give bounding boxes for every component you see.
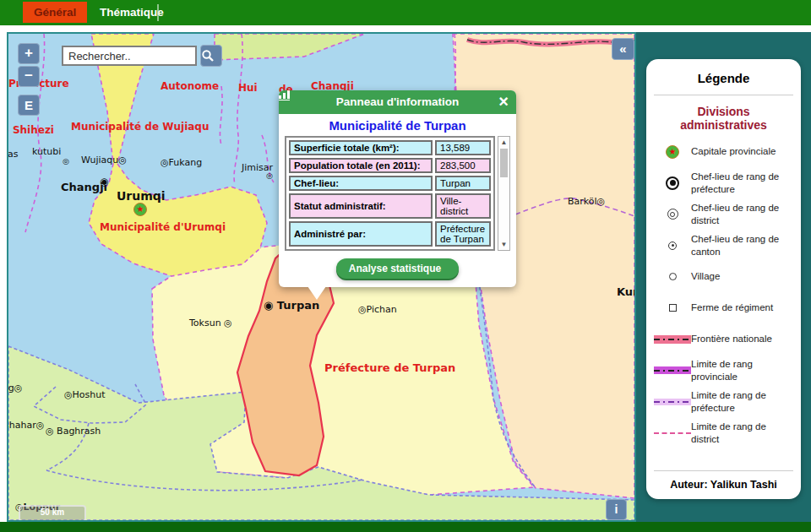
- legend-section-title: Divisions administratives: [654, 105, 793, 132]
- info-panel: Panneau d'information × Municipalité de …: [279, 90, 516, 287]
- scroll-up-arrow[interactable]: ▲: [501, 138, 508, 146]
- legend-item-label: Ferme de régiment: [691, 301, 773, 314]
- legend-item-label: Limite de rang de préfecture: [691, 389, 793, 415]
- info-panel-title: Municipalité de Turpan: [285, 118, 510, 133]
- capital-star-marker: ★: [133, 203, 147, 216]
- legend-item-label: Chef-lieu de rang de canton: [691, 233, 793, 258]
- map-label: Hui: [238, 82, 258, 94]
- map-label: de Shihezi: [7, 124, 54, 136]
- prefecture-line-icon: [654, 399, 691, 405]
- map-label: Municipalité d'Urumqi: [100, 221, 226, 233]
- analyse-statistique-button[interactable]: Analyse statistique: [336, 258, 459, 279]
- map-label: Kum: [617, 285, 636, 298]
- legend-item: ★Capitale provinciale: [654, 138, 793, 165]
- map[interactable]: PréfectureAutonomeHuideChangjide Shihezi…: [7, 32, 636, 522]
- legend-item: Chef-lieu de rang de préfecture: [654, 170, 793, 196]
- legend-item-label: Chef-lieu de rang de préfecture: [691, 171, 793, 196]
- table-row: Statut administratif:Ville-district: [289, 193, 491, 219]
- scroll-down-arrow[interactable]: ▼: [501, 241, 508, 248]
- legend-item-label: Capitale provinciale: [691, 145, 776, 158]
- table-row: Administré par:Préfecture de Turpan: [289, 221, 491, 247]
- row-value: Turpan: [435, 176, 491, 191]
- map-label: ◎Fukang: [161, 157, 202, 168]
- village-icon: [669, 273, 677, 280]
- collapse-sidebar-button[interactable]: «: [612, 38, 634, 60]
- pref-icon: [666, 176, 679, 190]
- legend-item: Ferme de régiment: [654, 295, 793, 321]
- map-label: Barköl◎: [568, 196, 605, 207]
- farm-icon: [669, 304, 677, 312]
- national-line-icon: [654, 335, 691, 344]
- close-icon[interactable]: ×: [498, 90, 509, 113]
- legend-item: Limite de rang de préfecture: [654, 388, 793, 415]
- zoom-out-button[interactable]: −: [18, 66, 40, 87]
- map-label: Autonome: [161, 80, 219, 92]
- legend-author: Auteur: Yalikun Tashi: [654, 470, 793, 492]
- map-label: nas: [7, 149, 18, 160]
- map-label: ◎Pichan: [358, 304, 397, 315]
- scroll-thumb[interactable]: [500, 149, 508, 177]
- map-label: ◎Hoshut: [64, 389, 106, 400]
- zoom-in-button[interactable]: +: [18, 43, 40, 64]
- extent-button[interactable]: E: [18, 95, 40, 116]
- tab-general[interactable]: Général: [23, 2, 87, 23]
- map-label: ◎ Baghrash: [46, 426, 101, 437]
- row-value: 283,500: [435, 158, 491, 173]
- table-row: Population totale (en 2011):283,500: [289, 158, 491, 173]
- map-label: ◎: [266, 171, 273, 180]
- sidebar: Légende Divisions administratives ★Capit…: [636, 32, 811, 522]
- row-value: Préfecture de Turpan: [435, 221, 491, 247]
- row-label: Administré par:: [289, 221, 433, 247]
- legend-item: Chef-lieu de rang de canton: [654, 232, 793, 258]
- legend-panel: Légende Divisions administratives ★Capit…: [646, 59, 801, 499]
- legend-item: Village: [654, 263, 793, 290]
- attribution-button[interactable]: i: [606, 499, 627, 520]
- topbar: Général Thématique: [0, 0, 811, 25]
- map-label: Toksun ◎: [189, 318, 232, 328]
- table-row: Superficie totale (km²):13,589: [289, 140, 491, 155]
- map-label: Wujiaqu◎: [81, 155, 127, 166]
- row-label: Statut administratif:: [289, 193, 433, 219]
- legend-item: Frontière nationale: [654, 326, 793, 352]
- map-label: Municipalité de Wujiaqu: [71, 121, 209, 133]
- map-label: kutubi: [32, 146, 61, 157]
- tab-thematique[interactable]: Thématique: [100, 0, 164, 25]
- row-value: 13,589: [435, 140, 491, 155]
- row-label: Population totale (en 2011):: [289, 158, 433, 173]
- map-label: ◉ Turpan: [264, 299, 319, 312]
- capital-icon: ★: [666, 145, 679, 159]
- legend-item-label: Limite de rang de district: [691, 421, 793, 446]
- province-line-icon: [654, 366, 691, 374]
- map-label: ◎: [63, 157, 69, 166]
- district-icon: [667, 209, 678, 220]
- table-row: Chef-lieu:Turpan: [289, 176, 491, 191]
- legend-item-label: Village: [691, 270, 720, 283]
- bottom-bar: [0, 522, 811, 532]
- row-value: Ville-district: [435, 193, 491, 219]
- info-table: Superficie totale (km²):13,589Population…: [285, 136, 495, 251]
- tab-divider: [157, 4, 159, 21]
- info-panel-header: Panneau d'information ×: [279, 90, 516, 114]
- legend-item-label: Chef-lieu de rang de district: [691, 202, 793, 227]
- map-label: ushahar◎: [7, 420, 44, 431]
- map-label: Changji: [61, 181, 107, 193]
- search-input[interactable]: [62, 46, 197, 66]
- legend-item-label: Limite de rang provinciale: [691, 358, 793, 383]
- legend-item: Limite de rang provinciale: [654, 357, 793, 383]
- analyse-button-label: Analyse statistique: [349, 263, 441, 274]
- map-label: Préfecture de Turpan: [324, 361, 455, 374]
- scale-bar: 50 km: [19, 505, 86, 522]
- scrollbar[interactable]: ▲ ▼: [498, 136, 510, 251]
- row-label: Superficie totale (km²):: [289, 140, 433, 155]
- legend-item: Limite de rang de district: [654, 420, 793, 446]
- row-label: Chef-lieu:: [289, 176, 433, 191]
- legend-item-label: Frontière nationale: [691, 333, 772, 345]
- search-button[interactable]: [200, 45, 222, 67]
- panel-tail: [308, 286, 326, 300]
- district-line-icon: [654, 432, 691, 434]
- info-panel-header-label: Panneau d'information: [336, 95, 460, 108]
- map-label: Urumqi: [117, 189, 166, 203]
- legend-item: Chef-lieu de rang de district: [654, 201, 793, 227]
- map-label: ang◎: [7, 383, 22, 394]
- legend-title: Légende: [654, 68, 793, 95]
